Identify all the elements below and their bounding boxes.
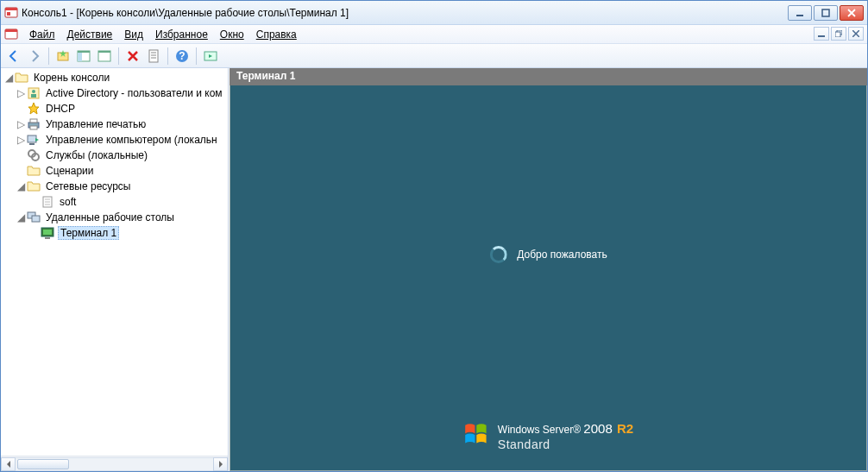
tree-label: Сетевые ресурсы — [44, 180, 133, 192]
delete-button[interactable] — [123, 47, 142, 66]
tree-pane: ◢ Корень консоли ▷ Active Directory - по… — [1, 68, 229, 471]
tree-label: Управление компьютером (локальн — [44, 134, 219, 146]
svg-rect-34 — [43, 230, 52, 235]
expand-icon[interactable]: ▷ — [15, 87, 27, 99]
separator — [48, 47, 49, 65]
scroll-left-button[interactable] — [1, 457, 16, 471]
separator — [196, 47, 197, 65]
tree-item-rdp[interactable]: ◢ Удаленные рабочие столы — [1, 210, 228, 225]
tree-root[interactable]: ◢ Корень консоли — [1, 70, 228, 85]
svg-rect-7 — [818, 35, 825, 37]
collapse-icon[interactable]: ◢ — [15, 211, 27, 223]
menu-file[interactable]: Файл — [23, 27, 61, 42]
back-button[interactable] — [4, 47, 23, 66]
svg-rect-27 — [29, 143, 35, 145]
expand-icon[interactable]: ▷ — [15, 134, 27, 146]
maximize-button[interactable] — [814, 5, 838, 21]
minimize-button[interactable] — [788, 5, 812, 21]
tree-label: Управление печатью — [44, 118, 148, 130]
tree-item-compmgmt[interactable]: ▷ Управление компьютером (локальн — [1, 132, 228, 148]
svg-rect-35 — [45, 237, 50, 239]
svg-point-21 — [32, 90, 35, 93]
tree-label: Корень консоли — [32, 72, 111, 84]
tree-label: Сценарии — [44, 165, 95, 177]
windows-server-logo: Windows Server® 2008 R2 Standard — [463, 419, 633, 451]
tree-label: DHCP — [44, 103, 77, 115]
svg-rect-26 — [28, 135, 36, 142]
tree-item-scripts[interactable]: Сценарии — [1, 163, 228, 179]
computer-mgmt-icon — [27, 133, 41, 147]
export-button[interactable] — [144, 47, 163, 66]
tree-item-netres[interactable]: ◢ Сетевые ресурсы — [1, 179, 228, 194]
menu-help[interactable]: Справка — [250, 27, 303, 42]
svg-rect-9 — [835, 32, 840, 37]
tree-item-ad[interactable]: ▷ Active Directory - пользователи и ком — [1, 85, 228, 101]
scroll-right-button[interactable] — [213, 457, 228, 471]
svg-rect-16 — [149, 50, 158, 62]
svg-rect-6 — [5, 29, 17, 32]
console-tree[interactable]: ◢ Корень консоли ▷ Active Directory - по… — [1, 68, 228, 456]
toolbar: ? — [1, 44, 867, 68]
tree-item-services[interactable]: Службы (локальные) — [1, 148, 228, 163]
terminal-icon — [41, 226, 54, 240]
help-button[interactable]: ? — [173, 47, 192, 66]
mdi-restore-button[interactable] — [831, 27, 846, 41]
close-button[interactable] — [840, 5, 864, 21]
mdi-minimize-button[interactable] — [814, 27, 829, 41]
welcome-message: Добро пожаловать — [489, 246, 607, 263]
scroll-thumb[interactable] — [17, 459, 69, 469]
welcome-text: Добро пожаловать — [517, 249, 607, 261]
share-icon — [41, 195, 54, 209]
svg-rect-32 — [32, 216, 40, 222]
collapse-icon[interactable]: ◢ — [15, 180, 27, 192]
add-favorite-button[interactable] — [53, 47, 72, 66]
tree-item-terminal1[interactable]: Терминал 1 — [1, 225, 228, 241]
tree-item-print[interactable]: ▷ Управление печатью — [1, 116, 228, 132]
expand-icon[interactable]: ▷ — [15, 118, 27, 130]
tree-label: Службы (локальные) — [44, 149, 149, 161]
svg-rect-2 — [7, 12, 10, 16]
svg-rect-15 — [98, 51, 110, 53]
svg-rect-25 — [30, 126, 37, 129]
scroll-track[interactable] — [16, 457, 213, 471]
result-header: Терминал 1 — [230, 68, 867, 85]
titlebar[interactable]: Консоль1 - [Корень консоли\Удаленные раб… — [1, 1, 867, 25]
folder-open-icon — [15, 71, 28, 85]
separator — [167, 47, 168, 65]
tree-label: soft — [58, 196, 78, 208]
tree-label: Терминал 1 — [58, 226, 119, 240]
tree-label: Active Directory - пользователи и ком — [44, 87, 224, 99]
svg-text:?: ? — [179, 50, 185, 62]
tree-hscrollbar[interactable] — [1, 456, 228, 471]
services-icon — [27, 148, 41, 162]
ad-icon — [27, 86, 41, 100]
folder-open-icon — [27, 179, 41, 193]
tree-item-soft[interactable]: soft — [1, 194, 228, 210]
separator — [118, 47, 119, 65]
product-edition: Standard — [498, 437, 633, 451]
show-tree-button[interactable] — [74, 47, 93, 66]
dhcp-icon — [27, 102, 41, 116]
menubar: Файл Действие Вид Избранное Окно Справка — [1, 25, 867, 44]
menu-view[interactable]: Вид — [118, 27, 149, 42]
product-name: Windows Server® 2008 R2 — [498, 419, 633, 437]
menu-favorites[interactable]: Избранное — [149, 27, 214, 42]
menu-window[interactable]: Окно — [214, 27, 250, 42]
windows-flag-icon — [463, 422, 489, 448]
forward-button[interactable] — [25, 47, 44, 66]
mmc-doc-icon — [4, 28, 18, 41]
properties-button[interactable] — [95, 47, 114, 66]
mmc-icon — [4, 6, 18, 20]
collapse-icon[interactable]: ◢ — [3, 72, 15, 84]
loading-spinner-icon — [489, 246, 506, 263]
mmc-window: Консоль1 - [Корень консоли\Удаленные раб… — [0, 0, 868, 472]
svg-rect-4 — [822, 9, 829, 16]
mdi-close-button[interactable] — [848, 27, 864, 41]
connect-button[interactable] — [201, 47, 220, 66]
folder-icon — [27, 164, 41, 178]
svg-rect-13 — [78, 51, 90, 53]
tree-item-dhcp[interactable]: DHCP — [1, 101, 228, 116]
remote-desktop-view[interactable]: Добро пожаловать Windows Server® 2008 R2… — [230, 85, 867, 471]
menu-action[interactable]: Действие — [61, 27, 119, 42]
remote-desktops-icon — [27, 211, 41, 224]
